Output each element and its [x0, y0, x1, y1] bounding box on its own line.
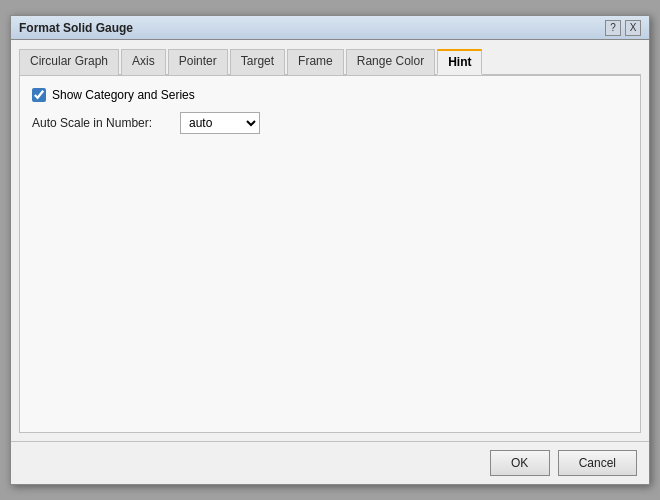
show-category-row: Show Category and Series — [32, 88, 628, 102]
format-solid-gauge-dialog: Format Solid Gauge ? X Circular Graph Ax… — [10, 15, 650, 485]
tab-hint[interactable]: Hint — [437, 49, 482, 75]
tab-bar: Circular Graph Axis Pointer Target Frame… — [19, 48, 641, 76]
dialog-footer: OK Cancel — [11, 441, 649, 484]
hint-tab-content: Show Category and Series Auto Scale in N… — [19, 76, 641, 433]
show-category-checkbox[interactable] — [32, 88, 46, 102]
tab-pointer[interactable]: Pointer — [168, 49, 228, 75]
auto-scale-select[interactable]: auto 1 2 3 — [180, 112, 260, 134]
show-category-label: Show Category and Series — [52, 88, 195, 102]
auto-scale-row: Auto Scale in Number: auto 1 2 3 — [32, 112, 628, 134]
dialog-controls: ? X — [605, 20, 641, 36]
tab-axis[interactable]: Axis — [121, 49, 166, 75]
help-button[interactable]: ? — [605, 20, 621, 36]
auto-scale-label: Auto Scale in Number: — [32, 116, 172, 130]
cancel-button[interactable]: Cancel — [558, 450, 637, 476]
dialog-body: Circular Graph Axis Pointer Target Frame… — [11, 40, 649, 441]
tab-circular-graph[interactable]: Circular Graph — [19, 49, 119, 75]
ok-button[interactable]: OK — [490, 450, 550, 476]
tab-target[interactable]: Target — [230, 49, 285, 75]
content-spacer — [32, 144, 628, 420]
close-button[interactable]: X — [625, 20, 641, 36]
dialog-title: Format Solid Gauge — [19, 21, 133, 35]
dialog-titlebar: Format Solid Gauge ? X — [11, 16, 649, 40]
tab-frame[interactable]: Frame — [287, 49, 344, 75]
tab-range-color[interactable]: Range Color — [346, 49, 435, 75]
